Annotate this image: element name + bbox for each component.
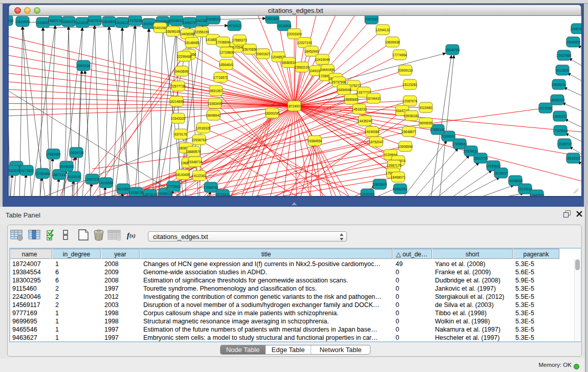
svg-text:15737996: 15737996 — [332, 80, 346, 84]
svg-text:16648784: 16648784 — [445, 48, 460, 52]
svg-text:14406088: 14406088 — [180, 32, 195, 36]
svg-text:18510799: 18510799 — [473, 157, 488, 160]
svg-text:15348734: 15348734 — [188, 160, 203, 164]
svg-text:17850142: 17850142 — [430, 128, 445, 132]
svg-text:14116566: 14116566 — [99, 181, 114, 185]
svg-text:18885685: 18885685 — [344, 98, 359, 101]
svg-text:17889373: 17889373 — [232, 38, 247, 42]
svg-text:22104332: 22104332 — [9, 19, 14, 23]
svg-text:22577738: 22577738 — [171, 84, 186, 88]
svg-text:12419049: 12419049 — [315, 58, 330, 61]
svg-text:12327193: 12327193 — [297, 41, 312, 45]
svg-text:10543039: 10543039 — [9, 169, 20, 172]
svg-text:10849593: 10849593 — [102, 20, 117, 24]
svg-text:19692322: 19692322 — [553, 115, 568, 118]
svg-text:12016328: 12016328 — [196, 126, 211, 130]
svg-text:(x): (x) — [129, 233, 136, 239]
svg-text:12067974: 12067974 — [403, 99, 418, 103]
svg-text:9265423: 9265423 — [62, 20, 75, 24]
svg-text:22691669: 22691669 — [265, 17, 280, 20]
svg-text:17025634: 17025634 — [553, 129, 568, 133]
svg-text:19122362: 19122362 — [192, 174, 207, 178]
svg-text:9115460: 9115460 — [420, 106, 432, 110]
svg-text:14863794: 14863794 — [48, 19, 63, 23]
svg-text:17064746: 17064746 — [204, 186, 219, 189]
svg-text:22640052: 22640052 — [566, 40, 581, 44]
svg-text:20696532: 20696532 — [206, 17, 221, 21]
svg-text:15363495: 15363495 — [208, 102, 223, 105]
svg-text:17475255: 17475255 — [128, 19, 143, 23]
svg-text:12997376: 12997376 — [85, 178, 100, 181]
svg-text:9699695: 9699695 — [419, 121, 432, 125]
svg-text:18724007: 18724007 — [287, 104, 302, 108]
svg-text:9112805: 9112805 — [556, 69, 569, 72]
svg-text:9831367: 9831367 — [209, 89, 223, 93]
svg-text:17998543: 17998543 — [452, 142, 467, 146]
svg-text:15670656: 15670656 — [243, 48, 257, 51]
svg-text:22936763: 22936763 — [192, 138, 207, 142]
svg-text:10819600: 10819600 — [15, 20, 30, 24]
svg-text:12473178: 12473178 — [143, 193, 158, 196]
svg-text:2905334: 2905334 — [77, 64, 90, 68]
svg-text:19710122: 19710122 — [227, 24, 242, 28]
svg-text:9305641: 9305641 — [170, 19, 183, 23]
svg-text:10183842: 10183842 — [486, 164, 501, 168]
svg-text:17774964: 17774964 — [393, 53, 407, 57]
svg-text:12967175: 12967175 — [387, 164, 402, 167]
svg-text:10834738: 10834738 — [69, 151, 84, 155]
svg-text:10906594: 10906594 — [398, 145, 413, 148]
svg-text:17036690: 17036690 — [216, 40, 231, 44]
svg-text:20407816: 20407816 — [88, 19, 102, 23]
svg-text:20805009: 20805009 — [373, 183, 387, 186]
svg-text:16744431: 16744431 — [366, 97, 381, 100]
svg-text:15123281: 15123281 — [403, 83, 418, 86]
svg-text:20826204: 20826204 — [552, 83, 567, 86]
svg-text:9443699: 9443699 — [175, 70, 188, 73]
svg-text:20909133: 20909133 — [398, 69, 413, 72]
svg-text:16135427: 16135427 — [494, 171, 509, 175]
svg-text:16454948: 16454948 — [337, 88, 352, 92]
svg-text:3215958: 3215958 — [539, 106, 552, 110]
svg-text:19723430: 19723430 — [215, 193, 230, 196]
svg-text:15648877: 15648877 — [402, 130, 417, 134]
svg-text:22356159: 22356159 — [194, 30, 209, 34]
svg-text:9379176: 9379176 — [174, 133, 187, 136]
svg-text:18882081: 18882081 — [393, 187, 408, 191]
svg-text:12160733: 12160733 — [557, 142, 572, 146]
svg-text:19699938: 19699938 — [385, 40, 400, 44]
svg-text:18452991: 18452991 — [304, 50, 319, 53]
svg-text:15936183: 15936183 — [404, 114, 419, 118]
svg-text:20401965: 20401965 — [153, 26, 168, 30]
svg-text:18468071: 18468071 — [391, 176, 406, 179]
svg-text:18080531: 18080531 — [281, 61, 296, 64]
svg-text:18010651: 18010651 — [116, 187, 131, 191]
svg-text:22782489: 22782489 — [35, 172, 50, 176]
svg-text:19240084: 19240084 — [365, 130, 380, 134]
svg-text:12294131: 12294131 — [376, 28, 390, 32]
svg-text:12729806: 12729806 — [220, 51, 234, 54]
svg-text:22003309: 22003309 — [287, 32, 302, 36]
svg-text:18543303: 18543303 — [566, 157, 581, 160]
svg-text:22487401: 22487401 — [571, 27, 581, 31]
svg-text:16098393: 16098393 — [59, 165, 74, 168]
svg-text:10343320: 10343320 — [171, 117, 186, 120]
svg-text:12449353: 12449353 — [530, 193, 545, 196]
svg-text:20399091: 20399091 — [441, 135, 456, 138]
svg-text:22427868: 22427868 — [557, 54, 572, 57]
svg-text:2087682: 2087682 — [365, 17, 378, 21]
svg-text:16148465: 16148465 — [185, 41, 200, 45]
svg-text:14518233: 14518233 — [352, 107, 367, 111]
svg-text:10171822: 10171822 — [19, 169, 34, 172]
svg-text:17383465: 17383465 — [46, 152, 61, 156]
svg-text:16564641: 16564641 — [219, 63, 234, 67]
svg-text:18889579: 18889579 — [186, 150, 201, 154]
svg-text:18498941: 18498941 — [206, 114, 221, 117]
svg-text:20901627: 20901627 — [256, 52, 271, 56]
svg-text:14435240: 14435240 — [358, 119, 373, 123]
svg-text:18143455: 18143455 — [176, 173, 190, 177]
svg-text:14338726: 14338726 — [129, 191, 144, 194]
svg-text:9103105: 9103105 — [68, 175, 81, 179]
svg-text:22534624: 22534624 — [464, 149, 478, 153]
svg-text:19218506: 19218506 — [277, 24, 292, 28]
svg-text:18214895: 18214895 — [169, 100, 184, 103]
